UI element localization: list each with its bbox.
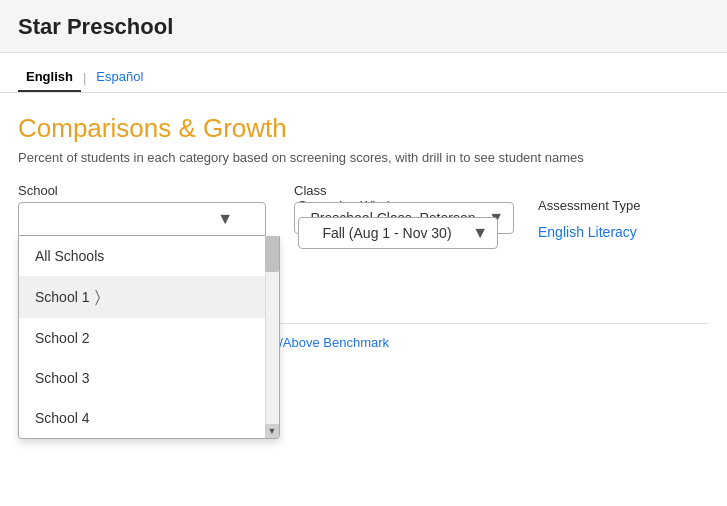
school-option-2[interactable]: School 2 <box>19 318 279 358</box>
school-option-3[interactable]: School 3 <box>19 358 279 398</box>
school-dropdown-trigger[interactable]: ▼ <box>18 202 266 236</box>
language-tabs: English | Español <box>0 53 727 93</box>
chevron-down-icon: ▼ <box>217 210 233 228</box>
school-option-4[interactable]: School 4 <box>19 398 279 438</box>
cursor-icon: 〉 <box>95 288 100 306</box>
scrollbar-thumb[interactable] <box>265 236 279 272</box>
screening-window-dropdown[interactable]: Fall (Aug 1 - Nov 30) <box>298 217 498 249</box>
header: Star Preschool <box>0 0 727 53</box>
dropdown-scrollbar[interactable]: ▼ <box>265 236 279 438</box>
assessment-type-filter-group: Assessment Type English Literacy <box>538 198 640 247</box>
page-title: Comparisons & Growth <box>18 113 709 144</box>
class-filter-label: Class <box>294 183 514 198</box>
tab-divider: | <box>83 70 86 85</box>
main-content: Comparisons & Growth Percent of students… <box>0 93 727 366</box>
school-option-1[interactable]: School 1 〉 <box>19 276 279 318</box>
scroll-down-arrow[interactable]: ▼ <box>265 424 279 438</box>
page-subtitle: Percent of students in each category bas… <box>18 150 709 165</box>
school-option-all[interactable]: All Schools <box>19 236 279 276</box>
school-filter-group: School ▼ All Schools School 1 〉 School 2… <box>18 183 266 236</box>
school-dropdown-list: All Schools School 1 〉 School 2 School 3… <box>18 236 280 439</box>
tab-english[interactable]: English <box>18 63 81 92</box>
school-filter-label: School <box>18 183 266 198</box>
assessment-type-label: Assessment Type <box>538 198 640 213</box>
app-title: Star Preschool <box>18 14 173 39</box>
screening-window-wrapper: Fall (Aug 1 - Nov 30) ▼ <box>298 217 498 249</box>
assessment-type-value: English Literacy <box>538 217 640 247</box>
tab-espanol[interactable]: Español <box>88 63 151 92</box>
